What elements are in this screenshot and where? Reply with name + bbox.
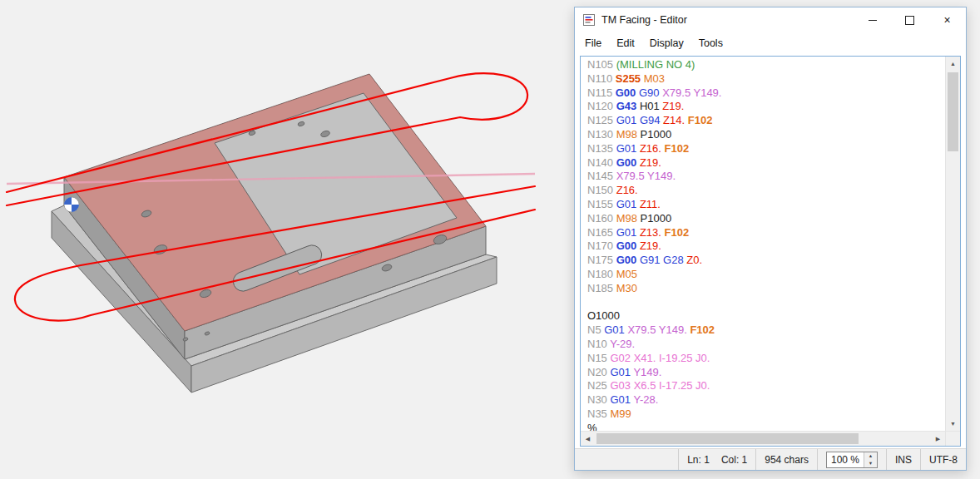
code-line: N185 M30	[587, 282, 945, 296]
horizontal-scrollbar[interactable]: ◀ ▶	[581, 431, 960, 446]
vertical-scroll-thumb[interactable]	[948, 72, 958, 151]
zoom-value[interactable]: 100 %	[827, 452, 864, 467]
code-line: N130 M98 P1000	[587, 128, 945, 142]
status-insert-mode: INS	[886, 449, 920, 470]
close-icon: ×	[943, 14, 950, 26]
code-line: N155 G01 Z11.	[587, 198, 945, 212]
status-encoding: UTF-8	[920, 449, 966, 470]
code-line: N180 M05	[587, 268, 945, 282]
menu-display[interactable]: Display	[642, 34, 691, 52]
code-line: N25 G03 X6.5 I-17.25 J0.	[587, 379, 945, 393]
code-line: N140 G00 Z19.	[587, 156, 945, 170]
status-line: Ln: 1	[687, 454, 710, 466]
scroll-down-icon[interactable]: ▼	[946, 417, 960, 431]
horizontal-scroll-thumb[interactable]	[596, 433, 859, 444]
origin-marker	[64, 197, 79, 212]
code-line: %	[587, 422, 945, 431]
scrollbar-corner	[945, 432, 960, 446]
code-line: N110 S255 M03	[587, 72, 945, 86]
zoom-stepper: ▲ ▼	[864, 452, 877, 467]
scroll-left-icon[interactable]: ◀	[581, 436, 595, 442]
code-line: N10 Y-29.	[587, 338, 945, 352]
menu-tools[interactable]: Tools	[691, 34, 730, 52]
zoom-decrease-icon[interactable]: ▼	[864, 460, 877, 467]
code-line: N170 G00 Z19.	[587, 240, 945, 254]
zoom-increase-icon[interactable]: ▲	[864, 452, 877, 460]
code-line: N125 G01 G94 Z14. F102	[587, 114, 945, 128]
code-line: N175 G00 G91 G28 Z0.	[587, 254, 945, 268]
part-scene	[0, 0, 574, 479]
title-bar[interactable]: TM Facing - Editor ×	[575, 7, 966, 32]
viewport-3d[interactable]	[0, 0, 574, 479]
maximize-button[interactable]	[891, 7, 928, 32]
menu-bar: File Edit Display Tools	[575, 32, 966, 54]
window-controls: ×	[854, 7, 966, 32]
app-icon	[582, 13, 596, 27]
menu-edit[interactable]: Edit	[609, 34, 642, 52]
code-line: N20 G01 Y149.	[587, 366, 945, 380]
code-line: N35 M99	[587, 407, 945, 422]
code-line: N105 (MILLING NO 4)	[587, 58, 945, 72]
minimize-icon	[869, 20, 877, 21]
code-line: N165 G01 Z13. F102	[587, 226, 945, 240]
status-char-count: 954 chars	[755, 449, 817, 470]
code-line: N5 G01 X79.5 Y149. F102	[587, 323, 945, 338]
menu-file[interactable]: File	[577, 34, 609, 52]
app-root: TM Facing - Editor × File Edit Display T…	[0, 0, 980, 479]
close-button[interactable]: ×	[928, 7, 966, 32]
zoom-spinbox[interactable]: 100 % ▲ ▼	[826, 452, 878, 468]
status-line-col: Ln: 1 Col: 1	[678, 449, 755, 470]
status-col: Col: 1	[721, 454, 747, 466]
code-line: N115 G00 G90 X79.5 Y149.	[587, 86, 945, 101]
vertical-scrollbar[interactable]: ▲ ▼	[945, 57, 960, 431]
minimize-button[interactable]	[854, 7, 891, 32]
code-line: N150 Z16.	[587, 184, 945, 198]
code-line: N145 X79.5 Y149.	[587, 170, 945, 184]
maximize-icon	[905, 16, 914, 25]
window-title: TM Facing - Editor	[601, 14, 687, 26]
code-line: N135 G01 Z16. F102	[587, 142, 945, 156]
status-bar: Ln: 1 Col: 1 954 chars 100 % ▲ ▼ INS	[575, 448, 966, 470]
vertical-scroll-track[interactable]	[946, 71, 960, 417]
scroll-right-icon[interactable]: ▶	[931, 436, 945, 442]
scroll-up-icon[interactable]: ▲	[946, 57, 960, 71]
gcode-editor: N105 (MILLING NO 4)N110 S255 M03N115 G00…	[580, 56, 961, 447]
code-line: N15 G02 X41. I-19.25 J0.	[587, 352, 945, 366]
code-line: N30 G01 Y-28.	[587, 393, 945, 407]
status-spacer	[575, 449, 678, 470]
status-zoom: 100 % ▲ ▼	[817, 449, 886, 470]
code-line	[587, 296, 945, 310]
code-line: N160 M98 P1000	[587, 212, 945, 226]
editor-window: TM Facing - Editor × File Edit Display T…	[574, 7, 967, 471]
horizontal-scroll-track[interactable]	[595, 432, 931, 446]
code-line: N120 G43 H01 Z19.	[587, 100, 945, 114]
code-line: O1000	[587, 309, 945, 323]
code-lines[interactable]: N105 (MILLING NO 4)N110 S255 M03N115 G00…	[581, 57, 945, 431]
